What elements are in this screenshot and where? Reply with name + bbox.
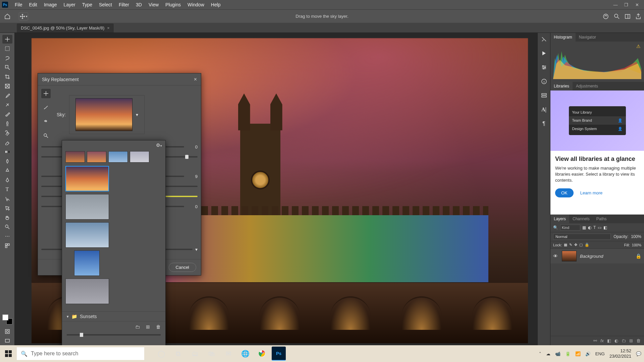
menu-help[interactable]: Help <box>208 2 224 7</box>
workspace-icon[interactable] <box>625 13 631 19</box>
sky-thumb[interactable] <box>130 151 149 163</box>
lock-all-icon[interactable]: 🔒 <box>585 243 589 247</box>
sky-folder[interactable]: ▾ 📁 Sunsets <box>62 311 165 321</box>
store-icon[interactable]: 🛍 <box>205 347 219 361</box>
lasso-tool[interactable] <box>2 54 12 62</box>
fill-value[interactable]: 100% <box>632 243 641 247</box>
warning-icon[interactable]: ⚠ <box>636 44 641 49</box>
crop-tool[interactable] <box>2 72 12 81</box>
notifications-icon[interactable]: 💬 <box>636 351 641 356</box>
sky-thumb[interactable] <box>108 151 128 163</box>
selection-tool[interactable] <box>2 63 12 72</box>
canvas[interactable]: Sky Replacement × Sky: ▾ <box>15 33 537 345</box>
sky-move-tool[interactable] <box>41 89 51 98</box>
current-tool-icon[interactable]: ▾ <box>19 12 28 20</box>
lock-icon[interactable]: 🔒 <box>636 253 641 259</box>
sky-hand-tool[interactable] <box>41 117 51 126</box>
home-button[interactable] <box>3 12 12 21</box>
filter-type-icon[interactable]: T <box>593 225 596 230</box>
visibility-icon[interactable]: 👁 <box>553 253 558 259</box>
lock-position-icon[interactable]: ✥ <box>574 243 577 247</box>
properties-icon[interactable] <box>541 93 547 99</box>
filter-smart-icon[interactable]: ◧ <box>603 225 607 230</box>
pen-tool[interactable] <box>2 176 12 184</box>
hand-tool[interactable] <box>2 213 12 222</box>
learn-more-link[interactable]: Learn more <box>580 190 602 195</box>
window-minimize[interactable]: — <box>610 1 621 8</box>
window-close[interactable]: ✕ <box>632 1 642 8</box>
filter-pixel-icon[interactable]: ▦ <box>582 225 586 230</box>
adjustment-layer-icon[interactable]: ◐ <box>614 338 618 343</box>
zoom-tool[interactable] <box>2 223 12 231</box>
menu-filter[interactable]: Filter <box>115 2 132 7</box>
ok-button[interactable]: OK <box>555 188 574 197</box>
foreground-color[interactable] <box>2 314 8 320</box>
tab-paths[interactable]: Paths <box>593 215 610 223</box>
blend-mode-select[interactable]: Normal <box>553 234 611 240</box>
language-indicator[interactable]: ENG <box>595 351 605 356</box>
cloud-sync-icon[interactable] <box>602 13 609 20</box>
add-sky-icon[interactable]: ⊞ <box>146 324 150 329</box>
type-tool[interactable]: T <box>2 185 12 194</box>
menu-plugins[interactable]: Plugins <box>162 2 184 7</box>
sky-option[interactable] <box>65 194 109 220</box>
share-icon[interactable] <box>635 13 641 19</box>
eraser-tool[interactable] <box>2 138 12 147</box>
brush-tool[interactable] <box>2 110 12 119</box>
layer-background[interactable]: 👁 Background 🔒 <box>550 249 644 263</box>
delete-sky-icon[interactable]: 🗑 <box>156 324 161 329</box>
gear-icon[interactable]: ⚙▾ <box>156 142 162 148</box>
edge-icon[interactable]: 🌐 <box>238 347 252 361</box>
start-button[interactable] <box>0 345 17 362</box>
lock-artboard-icon[interactable]: ▢ <box>579 243 583 247</box>
menu-view[interactable]: View <box>145 2 162 7</box>
explorer-icon[interactable]: 🗂 <box>188 347 202 361</box>
taskbar-clock[interactable]: 12:52 23/02/2021 <box>609 348 631 359</box>
info-icon[interactable] <box>541 78 547 84</box>
sky-thumb[interactable] <box>87 151 106 163</box>
filter-adjust-icon[interactable]: ◐ <box>588 225 591 230</box>
menu-edit[interactable]: Edit <box>26 2 41 7</box>
taskbar-search[interactable]: 🔍 Type here to search <box>17 347 144 360</box>
menu-window[interactable]: Window <box>184 2 208 7</box>
tab-close[interactable]: × <box>107 25 110 31</box>
wifi-icon[interactable]: 📶 <box>575 351 581 356</box>
cortana-icon[interactable]: ◯ <box>154 347 168 361</box>
tab-channels[interactable]: Channels <box>569 215 593 223</box>
brush-panel-icon[interactable] <box>541 36 547 42</box>
task-view-icon[interactable]: ⧉ <box>171 347 185 361</box>
eyedropper-tool[interactable] <box>2 91 12 100</box>
menu-type[interactable]: Type <box>79 2 96 7</box>
dodge-tool[interactable] <box>2 166 12 175</box>
play-icon[interactable] <box>541 50 547 56</box>
new-folder-icon[interactable]: 🗀 <box>135 324 140 329</box>
meet-now-icon[interactable]: 📹 <box>555 351 560 356</box>
path-tool[interactable] <box>2 194 12 203</box>
tab-libraries[interactable]: Libraries <box>550 82 573 90</box>
quick-mask[interactable] <box>2 327 12 336</box>
search-icon[interactable]: 🔍 <box>553 225 558 230</box>
menu-3d[interactable]: 3D <box>132 2 145 7</box>
sky-option-selected[interactable] <box>65 166 109 191</box>
screen-mode[interactable] <box>2 337 12 345</box>
history-brush-tool[interactable] <box>2 129 12 137</box>
link-layers-icon[interactable]: ⚯ <box>593 338 597 343</box>
chrome-icon[interactable] <box>255 347 269 361</box>
tab-layers[interactable]: Layers <box>550 215 569 223</box>
sky-option[interactable] <box>65 222 109 248</box>
menu-select[interactable]: Select <box>96 2 115 7</box>
healing-tool[interactable] <box>2 101 12 109</box>
edit-toolbar[interactable] <box>2 241 12 250</box>
filter-shape-icon[interactable]: ▭ <box>598 225 601 230</box>
stamp-tool[interactable] <box>2 119 12 128</box>
sky-option[interactable] <box>65 279 109 304</box>
onedrive-icon[interactable]: ☁ <box>546 351 550 356</box>
more-tools[interactable]: ⋯ <box>2 232 12 241</box>
window-restore[interactable]: ❐ <box>621 1 631 8</box>
group-icon[interactable]: 🗀 <box>622 338 626 343</box>
photoshop-taskbar-icon[interactable]: Ps <box>272 347 286 361</box>
volume-icon[interactable]: 🔊 <box>585 351 591 356</box>
dialog-titlebar[interactable]: Sky Replacement × <box>38 73 201 85</box>
direct-select-tool[interactable] <box>2 204 12 213</box>
sky-zoom-tool[interactable] <box>41 131 51 140</box>
